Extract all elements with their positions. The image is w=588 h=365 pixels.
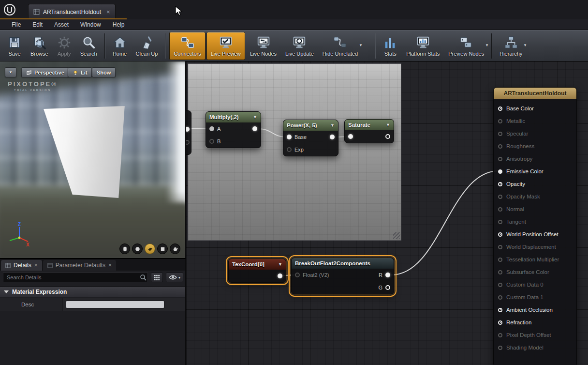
toolbar-clean-up-button[interactable]: Clean Up	[132, 32, 162, 60]
node-header[interactable]: Saturate ▼	[345, 120, 394, 130]
visibility-filter-button[interactable]: ▾	[166, 273, 183, 282]
pin-circle-icon[interactable]	[498, 245, 502, 249]
output-pin[interactable]	[186, 127, 190, 132]
material-pin-world-displacement[interactable]: World Displacement	[494, 241, 576, 253]
toolbar-platform-stats-button[interactable]: Platform Stats	[402, 32, 443, 60]
pin-circle-icon[interactable]	[498, 106, 502, 111]
material-expression-section-header[interactable]: Material Expression	[0, 287, 185, 297]
toolbar-hierarchy-button[interactable]: Hierarchy▾	[496, 32, 526, 60]
chevron-down-icon[interactable]: ▼	[253, 115, 257, 120]
chevron-down-icon[interactable]: ▾	[360, 43, 362, 47]
input-pin-a[interactable]	[209, 126, 214, 131]
chevron-down-icon[interactable]: ▼	[330, 123, 335, 128]
output-pin[interactable]	[330, 135, 335, 139]
toolbar-live-nodes-button[interactable]: Live Nodes	[246, 32, 280, 60]
material-pin-opacity[interactable]: Opacity	[494, 178, 576, 190]
input-pin-b[interactable]	[209, 139, 214, 144]
material-pin-ambient-occlusion[interactable]: Ambient Occlusion	[494, 304, 576, 316]
toolbar-stats-button[interactable]: Stats	[379, 32, 401, 60]
pin-circle-icon[interactable]	[498, 295, 502, 300]
output-pin-g[interactable]	[385, 285, 390, 290]
node-saturate[interactable]: Saturate ▼	[344, 119, 394, 143]
pin-circle-icon[interactable]	[498, 182, 502, 186]
menu-window[interactable]: Window	[74, 19, 107, 30]
material-pin-metallic[interactable]: Metallic	[494, 115, 576, 127]
output-pin[interactable]	[186, 140, 190, 145]
pin-circle-icon[interactable]	[498, 232, 502, 237]
material-result-node[interactable]: ARTranslucentHoldout Base ColorMetallicS…	[493, 87, 577, 365]
toolbar-search-button[interactable]: Search	[76, 32, 101, 60]
node-texcoord[interactable]: TexCoord[0] ▼	[228, 259, 286, 283]
material-pin-normal[interactable]: Normal	[494, 203, 576, 215]
pin-circle-icon[interactable]	[498, 308, 502, 312]
toolbar-live-update-button[interactable]: Live Update	[281, 32, 318, 60]
material-pin-shading-model[interactable]: Shading Model	[494, 341, 576, 354]
pin-circle-icon[interactable]	[498, 258, 502, 262]
pin-circle-icon[interactable]	[498, 157, 502, 161]
node-multiply[interactable]: Multiply(,2) ▼ A B	[206, 111, 261, 148]
tab-details[interactable]: Details ×	[1, 260, 42, 271]
input-pin-float2[interactable]	[295, 273, 300, 277]
search-details-input[interactable]	[3, 273, 148, 282]
viewport-options-dropdown[interactable]: ▼	[5, 67, 16, 77]
pin-circle-icon[interactable]	[498, 333, 502, 337]
preview-viewport[interactable]: ▼ Perspective Lit Show PIXOTOPE® TRIAL V…	[0, 61, 186, 258]
pin-circle-icon[interactable]	[498, 270, 502, 274]
tab-parameter-defaults[interactable]: Parameter Defaults ×	[43, 260, 116, 271]
input-pin[interactable]	[348, 134, 353, 139]
pin-circle-icon[interactable]	[498, 220, 502, 224]
pin-circle-icon[interactable]	[498, 144, 502, 149]
node-header[interactable]: BreakOutFloat2Components	[292, 258, 394, 269]
material-pin-tessellation-multiplier[interactable]: Tessellation Multiplier	[494, 253, 576, 266]
chevron-down-icon[interactable]: ▼	[386, 122, 390, 127]
toolbar-browse-button[interactable]: Browse	[27, 32, 52, 60]
node-header[interactable]: Power(X, 5) ▼	[283, 120, 338, 131]
pin-circle-icon[interactable]	[498, 283, 502, 287]
material-pin-opacity-mask[interactable]: Opacity Mask	[494, 190, 576, 203]
preview-shape-cylinder-button[interactable]	[119, 243, 130, 254]
node-power[interactable]: Power(X, 5) ▼ Base Exp	[283, 120, 338, 156]
toolbar-hide-unrelated-button[interactable]: Hide Unrelated▾	[319, 32, 362, 60]
preview-shape-teapot-button[interactable]	[170, 243, 180, 254]
chevron-down-icon[interactable]: ▾	[524, 43, 527, 47]
toolbar-live-preview-button[interactable]: Live Preview	[206, 32, 245, 60]
menu-asset[interactable]: Asset	[48, 19, 74, 30]
resize-grip[interactable]	[393, 232, 400, 239]
perspective-button[interactable]: Perspective	[21, 67, 69, 77]
chevron-down-icon[interactable]: ▼	[278, 262, 282, 267]
material-node-header[interactable]: ARTranslucentHoldout	[494, 88, 576, 99]
material-pin-refraction[interactable]: Refraction	[494, 316, 576, 329]
material-pin-world-position-offset[interactable]: World Position Offset	[494, 228, 576, 241]
preview-shape-cube-button[interactable]	[157, 243, 168, 254]
material-pin-subsurface-color[interactable]: Subsurface Color	[494, 266, 576, 278]
menu-file[interactable]: File	[6, 19, 27, 30]
menu-edit[interactable]: Edit	[27, 19, 48, 30]
material-pin-emissive-color[interactable]: Emissive Color	[494, 165, 576, 178]
input-pin-base[interactable]	[287, 135, 292, 139]
node-breakout-float2[interactable]: BreakOutFloat2Components Float2 (V2) R G	[291, 258, 394, 294]
view-options-grid-button[interactable]	[151, 273, 163, 282]
show-menu-button[interactable]: Show	[92, 67, 116, 77]
pin-circle-icon[interactable]	[498, 207, 502, 212]
material-pin-base-color[interactable]: Base Color	[494, 102, 576, 115]
output-pin[interactable]	[252, 126, 257, 131]
material-pin-custom-data-0[interactable]: Custom Data 0	[494, 278, 576, 291]
preview-shape-plane-button[interactable]	[145, 243, 155, 254]
close-icon[interactable]: ×	[34, 262, 38, 269]
output-pin[interactable]	[385, 134, 390, 139]
pin-circle-icon[interactable]	[498, 320, 502, 325]
material-pin-anisotropy[interactable]: Anisotropy	[494, 152, 576, 165]
pin-circle-icon[interactable]	[498, 346, 502, 350]
toolbar-connectors-button[interactable]: Connectors	[169, 32, 205, 60]
chevron-down-icon[interactable]: ▾	[486, 43, 488, 47]
preview-shape-sphere-button[interactable]	[132, 243, 143, 254]
close-icon[interactable]: ×	[108, 262, 112, 269]
material-graph-canvas[interactable]: Multiply(,2) ▼ A B Power(X, 5) ▼ Base Ex…	[186, 61, 588, 365]
material-pin-roughness[interactable]: Roughness	[494, 140, 576, 152]
material-pin-specular[interactable]: Specular	[494, 127, 576, 140]
pin-circle-icon[interactable]	[498, 195, 502, 199]
output-pin[interactable]	[278, 274, 282, 278]
output-pin-r[interactable]	[385, 273, 390, 277]
menu-help[interactable]: Help	[107, 19, 131, 30]
material-pin-custom-data-1[interactable]: Custom Data 1	[494, 291, 576, 304]
